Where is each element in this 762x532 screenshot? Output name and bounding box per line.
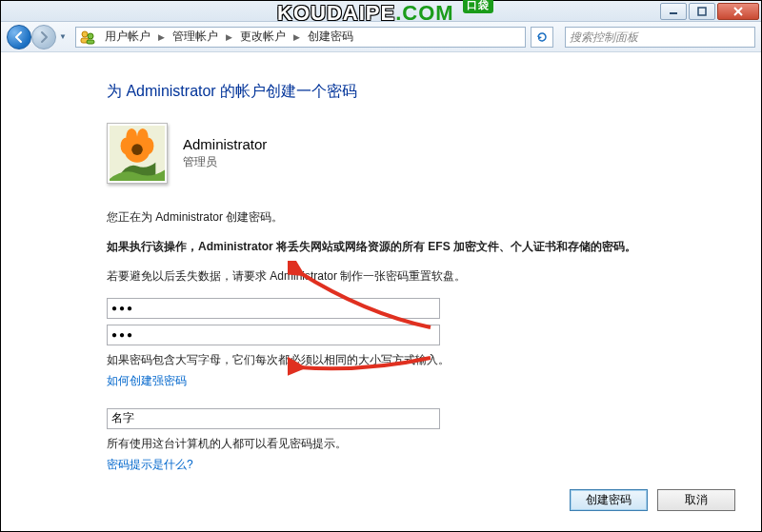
- minimize-button[interactable]: [660, 3, 687, 20]
- navigation-toolbar: ▼ 用户帐户 ▶ 管理帐户 ▶ 更改帐户 ▶ 创建密码: [1, 22, 761, 52]
- forward-button[interactable]: [31, 25, 56, 49]
- arrow-right-icon: [37, 30, 50, 44]
- new-password-input[interactable]: ●●●: [107, 298, 440, 319]
- breadcrumb-item[interactable]: 管理帐户: [167, 28, 224, 47]
- account-name: Administrator: [183, 136, 267, 152]
- strong-password-link[interactable]: 如何创建强密码: [107, 373, 187, 389]
- breadcrumb-item[interactable]: 创建密码: [302, 28, 359, 47]
- warning-text: 如果执行该操作，Administrator 将丢失网站或网络资源的所有 EFS …: [107, 238, 659, 256]
- page-title: 为 Administrator 的帐户创建一个密码: [107, 82, 659, 102]
- password-hint-input[interactable]: 名字: [107, 408, 440, 429]
- chevron-right-icon: ▶: [224, 32, 234, 42]
- svg-rect-1: [698, 8, 706, 15]
- svg-point-4: [82, 31, 88, 37]
- avoid-loss-text: 若要避免以后丢失数据，请要求 Administrator 制作一张密码重置软盘。: [107, 267, 659, 286]
- what-is-hint-link[interactable]: 密码提示是什么?: [107, 457, 193, 473]
- content-pane: 为 Administrator 的帐户创建一个密码: [2, 53, 760, 530]
- breadcrumb-item[interactable]: 更改帐户: [234, 28, 291, 47]
- arrow-left-icon: [12, 30, 26, 44]
- svg-point-13: [126, 128, 137, 145]
- close-button[interactable]: [717, 3, 759, 20]
- nav-history-dropdown[interactable]: ▼: [56, 27, 70, 48]
- window-titlebar: [1, 1, 761, 22]
- cancel-button[interactable]: 取消: [657, 489, 735, 511]
- search-input[interactable]: [570, 30, 751, 44]
- info-text: 您正在为 Administrator 创建密码。: [107, 208, 659, 227]
- user-accounts-icon: [80, 30, 95, 45]
- hint-visibility-note: 所有使用这台计算机的人都可以看见密码提示。: [107, 435, 659, 453]
- user-avatar: [107, 123, 168, 184]
- user-summary: Administrator 管理员: [107, 123, 659, 184]
- confirm-password-input[interactable]: ●●●: [107, 325, 440, 345]
- search-box[interactable]: [565, 27, 755, 48]
- svg-rect-7: [87, 40, 94, 44]
- account-role: 管理员: [183, 154, 267, 170]
- refresh-button[interactable]: [531, 27, 553, 48]
- chevron-right-icon: ▶: [156, 32, 167, 42]
- case-sensitivity-note: 如果密码包含大写字母，它们每次都必须以相同的大小写方式输入。: [107, 351, 659, 369]
- refresh-icon: [535, 30, 549, 44]
- back-button[interactable]: [7, 25, 31, 49]
- create-password-button[interactable]: 创建密码: [570, 489, 648, 511]
- svg-point-5: [88, 33, 93, 39]
- svg-point-10: [131, 144, 143, 155]
- svg-point-14: [137, 128, 149, 145]
- chevron-right-icon: ▶: [291, 32, 302, 42]
- flower-avatar-icon: [110, 126, 165, 181]
- breadcrumb-item[interactable]: 用户帐户: [99, 28, 156, 47]
- breadcrumb-bar[interactable]: 用户帐户 ▶ 管理帐户 ▶ 更改帐户 ▶ 创建密码: [75, 27, 526, 48]
- maximize-button[interactable]: [689, 3, 715, 20]
